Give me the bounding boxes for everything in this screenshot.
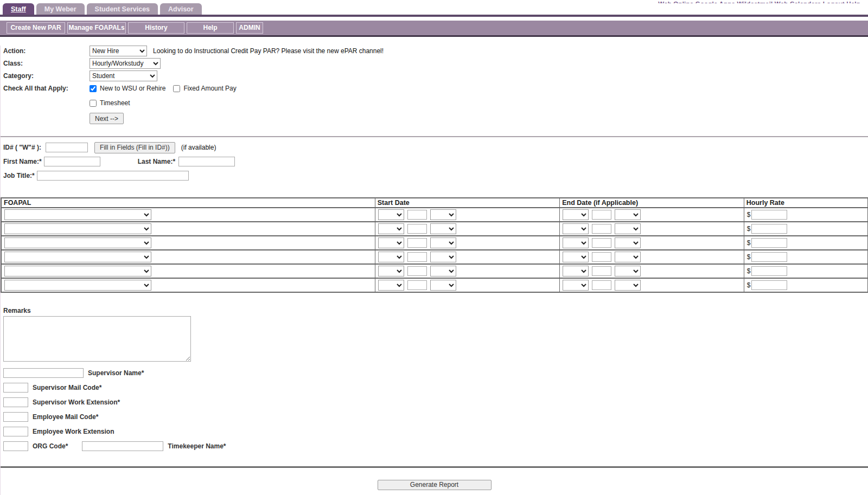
- end-year-select[interactable]: [615, 266, 641, 277]
- supervisor-work-extension-input[interactable]: [3, 397, 28, 407]
- start-month-select[interactable]: [378, 280, 404, 291]
- hourly-rate-input[interactable]: [751, 252, 787, 262]
- foapal-row: $: [1, 208, 868, 222]
- end-month-select[interactable]: [563, 280, 589, 291]
- start-year-select[interactable]: [430, 237, 456, 248]
- fill-in-fields-button[interactable]: Fill in Fields (Fill in ID#)): [94, 142, 175, 153]
- hourly-rate-input[interactable]: [751, 266, 787, 276]
- employee-mail-code-input[interactable]: [3, 412, 28, 422]
- end-year-select[interactable]: [615, 223, 641, 234]
- org-code-label: ORG Code*: [33, 442, 68, 450]
- start-day-input[interactable]: [407, 252, 427, 262]
- timekeeper-name-input[interactable]: [82, 441, 163, 451]
- supervisor-name-input[interactable]: [3, 368, 84, 378]
- foapal-row: $: [1, 222, 868, 236]
- remarks-textarea[interactable]: [3, 316, 191, 362]
- foapal-select[interactable]: [4, 280, 151, 291]
- tab-my-weber[interactable]: My Weber: [36, 3, 85, 15]
- action-select[interactable]: New Hire: [90, 46, 147, 56]
- org-code-input[interactable]: [3, 441, 28, 451]
- start-month-select[interactable]: [378, 237, 404, 248]
- hourly-rate-column-header: Hourly Rate: [744, 198, 868, 208]
- end-day-input[interactable]: [592, 224, 611, 234]
- end-month-select[interactable]: [563, 223, 589, 234]
- end-year-select[interactable]: [615, 280, 641, 291]
- foapal-column-header: FOAPAL: [1, 198, 375, 208]
- job-title-input[interactable]: [37, 171, 189, 181]
- employee-work-extension-input[interactable]: [3, 427, 28, 436]
- foapal-select[interactable]: [4, 237, 151, 248]
- start-year-select[interactable]: [430, 209, 456, 220]
- tab-staff[interactable]: Staff: [3, 3, 34, 15]
- tab-student-services[interactable]: Student Services: [87, 3, 158, 15]
- start-day-input[interactable]: [407, 266, 427, 276]
- start-year-select[interactable]: [430, 280, 456, 291]
- currency-symbol: $: [747, 281, 751, 289]
- foapal-row: $: [1, 236, 868, 250]
- end-month-select[interactable]: [563, 237, 589, 248]
- top-links-text[interactable]: Web Online Google Apps Wildcatmail Web C…: [658, 1, 860, 3]
- end-date-column-header: End Date (if Applicable): [560, 198, 744, 208]
- hourly-rate-input[interactable]: [751, 224, 787, 234]
- start-day-input[interactable]: [407, 280, 427, 290]
- first-name-label: First Name:*: [3, 158, 42, 165]
- timesheet-label[interactable]: Timesheet: [100, 99, 130, 107]
- last-name-input[interactable]: [178, 157, 235, 166]
- end-day-input[interactable]: [592, 238, 611, 248]
- end-year-select[interactable]: [615, 252, 641, 262]
- start-year-select[interactable]: [430, 266, 456, 277]
- foapal-select[interactable]: [4, 209, 151, 220]
- start-month-select[interactable]: [378, 266, 404, 277]
- new-to-wsu-label[interactable]: New to WSU or Rehire: [100, 85, 165, 92]
- first-name-input[interactable]: [44, 157, 100, 166]
- class-select[interactable]: Hourly/Workstudy: [90, 58, 161, 69]
- end-day-input[interactable]: [592, 252, 611, 262]
- foapal-table: FOAPAL Start Date End Date (if Applicabl…: [1, 197, 868, 293]
- manage-foapals-button[interactable]: Manage FOAPALs: [67, 22, 126, 34]
- start-year-select[interactable]: [430, 252, 456, 262]
- end-month-select[interactable]: [563, 209, 589, 220]
- id-number-input[interactable]: [46, 143, 88, 152]
- hourly-rate-input[interactable]: [751, 210, 787, 220]
- start-day-input[interactable]: [407, 210, 427, 220]
- par-form: Action: New Hire Looking to do Instructi…: [0, 46, 868, 495]
- create-new-par-button[interactable]: Create New PAR: [7, 22, 65, 34]
- remarks-label: Remarks: [3, 307, 868, 314]
- category-select[interactable]: Student: [90, 70, 157, 81]
- class-label: Class:: [3, 60, 90, 67]
- fixed-amount-pay-checkbox[interactable]: [173, 85, 180, 92]
- fixed-amount-pay-label[interactable]: Fixed Amount Pay: [183, 85, 236, 92]
- history-button[interactable]: History: [128, 22, 184, 34]
- foapal-table-body: $ $: [1, 208, 868, 292]
- end-year-select[interactable]: [615, 237, 641, 248]
- end-day-input[interactable]: [592, 280, 611, 290]
- start-day-input[interactable]: [407, 224, 427, 234]
- supervisor-mail-code-input[interactable]: [3, 383, 28, 393]
- generate-report-button[interactable]: Generate Report: [378, 480, 492, 490]
- next-button[interactable]: Next -->: [90, 113, 124, 124]
- end-year-select[interactable]: [615, 209, 641, 220]
- foapal-select[interactable]: [4, 223, 151, 234]
- foapal-select[interactable]: [4, 252, 151, 262]
- timesheet-checkbox[interactable]: [90, 100, 97, 107]
- hourly-rate-input[interactable]: [751, 238, 787, 248]
- foapal-select[interactable]: [4, 266, 151, 277]
- start-month-select[interactable]: [378, 252, 404, 262]
- start-month-select[interactable]: [378, 209, 404, 220]
- tab-advisor[interactable]: Advisor: [160, 3, 202, 15]
- supervisor-work-extension-label: Supervisor Work Extension*: [33, 398, 120, 406]
- new-to-wsu-checkbox[interactable]: [90, 85, 97, 92]
- start-month-select[interactable]: [378, 223, 404, 234]
- admin-button[interactable]: ADMIN: [236, 22, 263, 34]
- end-day-input[interactable]: [592, 266, 611, 276]
- employee-mail-code-label: Employee Mail Code*: [33, 413, 98, 421]
- epar-note: Looking to do Instructional Credit Pay P…: [153, 47, 384, 55]
- start-day-input[interactable]: [407, 238, 427, 248]
- end-month-select[interactable]: [563, 266, 589, 277]
- hourly-rate-input[interactable]: [751, 280, 787, 290]
- end-day-input[interactable]: [592, 210, 611, 220]
- start-year-select[interactable]: [430, 223, 456, 234]
- help-button[interactable]: Help: [187, 22, 234, 34]
- end-month-select[interactable]: [563, 252, 589, 262]
- if-available-note: (if available): [181, 144, 216, 151]
